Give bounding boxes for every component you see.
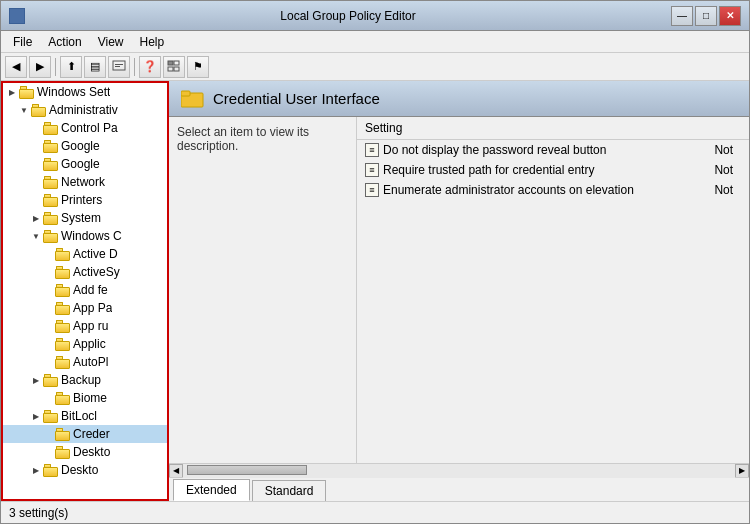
show-hide-button[interactable]: ▤ xyxy=(84,56,106,78)
settings-pane[interactable]: Setting ≡ Do not display the password re… xyxy=(357,117,749,463)
tree-label-apl: AutoPl xyxy=(73,355,108,369)
expander-ap[interactable] xyxy=(41,301,55,315)
tree-item-control-panel[interactable]: Control Pa xyxy=(3,119,167,137)
svg-rect-2 xyxy=(115,66,120,67)
tree-item-network[interactable]: Network xyxy=(3,173,167,191)
folder-icon-google2 xyxy=(43,158,59,171)
svg-rect-0 xyxy=(113,61,125,70)
expander-printers[interactable] xyxy=(29,193,43,207)
scroll-left-btn[interactable]: ◀ xyxy=(169,464,183,478)
expander-control-panel[interactable] xyxy=(29,121,43,135)
tree-item-backup[interactable]: ▶ Backup xyxy=(3,371,167,389)
setting-state-1: Not xyxy=(706,140,749,161)
tree-item-windows-comp[interactable]: ▼ Windows C xyxy=(3,227,167,245)
tree-item-google1[interactable]: Google xyxy=(3,137,167,155)
setting-label-2: Require trusted path for credential entr… xyxy=(383,163,594,177)
content-title: Credential User Interface xyxy=(213,90,380,107)
menu-file[interactable]: File xyxy=(5,33,40,51)
filter-button[interactable]: ⚑ xyxy=(187,56,209,78)
expander-cr[interactable] xyxy=(41,427,55,441)
tree-item-appru[interactable]: App ru xyxy=(3,317,167,335)
tree-item-credential[interactable]: Creder xyxy=(3,425,167,443)
help-button[interactable]: ❓ xyxy=(139,56,161,78)
tree-item-google2[interactable]: Google xyxy=(3,155,167,173)
scroll-right-btn[interactable]: ▶ xyxy=(735,464,749,478)
window-controls: — □ ✕ xyxy=(671,6,741,26)
back-button[interactable]: ◀ xyxy=(5,56,27,78)
tree-item-desktop2[interactable]: ▶ Deskto xyxy=(3,461,167,479)
tree-item-desktop1[interactable]: Deskto xyxy=(3,443,167,461)
h-scrollbar-track[interactable] xyxy=(183,464,735,478)
svg-rect-4 xyxy=(174,61,179,65)
expander-network[interactable] xyxy=(29,175,43,189)
tree-label-dk1: Deskto xyxy=(73,445,110,459)
minimize-button[interactable]: — xyxy=(671,6,693,26)
folder-icon-ad xyxy=(55,248,71,261)
expander-admin-templates[interactable]: ▼ xyxy=(17,103,31,117)
up-button[interactable]: ⬆ xyxy=(60,56,82,78)
tree-item-apppa[interactable]: App Pa xyxy=(3,299,167,317)
content-header-folder-icon xyxy=(181,89,205,109)
properties-button[interactable] xyxy=(108,56,130,78)
table-row[interactable]: ≡ Require trusted path for credential en… xyxy=(357,160,749,180)
expander-bm[interactable] xyxy=(41,391,55,405)
toolbar-sep-2 xyxy=(134,58,135,76)
tab-standard[interactable]: Standard xyxy=(252,480,327,501)
expander-apl[interactable] xyxy=(41,355,55,369)
tree-label-ap: App Pa xyxy=(73,301,112,315)
tree-label-admin: Administrativ xyxy=(49,103,118,117)
tree-sidebar[interactable]: ▶ Windows Sett ▼ Administrativ Control P… xyxy=(1,81,169,501)
tree-item-bitlock[interactable]: ▶ BitLocl xyxy=(3,407,167,425)
folder-icon-bl xyxy=(43,410,59,423)
setting-state-2: Not xyxy=(706,160,749,180)
tree-item-admin-templates[interactable]: ▼ Administrativ xyxy=(3,101,167,119)
expander-google1[interactable] xyxy=(29,139,43,153)
expander-windows-comp[interactable]: ▼ xyxy=(29,229,43,243)
folder-icon-bm xyxy=(55,392,71,405)
expander-af[interactable] xyxy=(41,283,55,297)
table-row[interactable]: ≡ Enumerate administrator accounts on el… xyxy=(357,180,749,200)
tree-item-system[interactable]: ▶ System xyxy=(3,209,167,227)
folder-icon-windows-comp xyxy=(43,230,59,243)
tree-item-autopl[interactable]: AutoPl xyxy=(3,353,167,371)
expander-windows-settings[interactable]: ▶ xyxy=(5,85,19,99)
expander-dk2[interactable]: ▶ xyxy=(29,463,43,477)
tree-item-printers[interactable]: Printers xyxy=(3,191,167,209)
folder-icon-google1 xyxy=(43,140,59,153)
svg-rect-6 xyxy=(174,67,179,71)
expander-dk1[interactable] xyxy=(41,445,55,459)
tree-item-addfe[interactable]: Add fe xyxy=(3,281,167,299)
tab-extended[interactable]: Extended xyxy=(173,479,250,501)
expander-system[interactable]: ▶ xyxy=(29,211,43,225)
menu-view[interactable]: View xyxy=(90,33,132,51)
expander-ad[interactable] xyxy=(41,247,55,261)
maximize-button[interactable]: □ xyxy=(695,6,717,26)
tree-item-biome[interactable]: Biome xyxy=(3,389,167,407)
menu-action[interactable]: Action xyxy=(40,33,89,51)
forward-button[interactable]: ▶ xyxy=(29,56,51,78)
folder-icon-admin xyxy=(31,104,47,117)
tree-label-bl: BitLocl xyxy=(61,409,97,423)
svg-rect-1 xyxy=(115,64,123,65)
expander-google2[interactable] xyxy=(29,157,43,171)
tree-label-ar: App ru xyxy=(73,319,108,333)
tree-item-windows-settings[interactable]: ▶ Windows Sett xyxy=(3,83,167,101)
expander-al[interactable] xyxy=(41,337,55,351)
expander-as[interactable] xyxy=(41,265,55,279)
tree-item-activesync[interactable]: ActiveSy xyxy=(3,263,167,281)
close-button[interactable]: ✕ xyxy=(719,6,741,26)
expander-bitlock[interactable]: ▶ xyxy=(29,409,43,423)
status-text: 3 setting(s) xyxy=(9,506,68,520)
description-pane: Select an item to view its description. xyxy=(169,117,357,463)
table-row[interactable]: ≡ Do not display the password reveal but… xyxy=(357,140,749,161)
h-scrollbar-thumb[interactable] xyxy=(187,465,307,475)
tree-label-system: System xyxy=(61,211,101,225)
folder-icon-af xyxy=(55,284,71,297)
view1-button[interactable] xyxy=(163,56,185,78)
expander-backup[interactable]: ▶ xyxy=(29,373,43,387)
folder-icon-cr xyxy=(55,428,71,441)
menu-help[interactable]: Help xyxy=(132,33,173,51)
tree-item-applic[interactable]: Applic xyxy=(3,335,167,353)
expander-ar[interactable] xyxy=(41,319,55,333)
tree-item-active-dir[interactable]: Active D xyxy=(3,245,167,263)
